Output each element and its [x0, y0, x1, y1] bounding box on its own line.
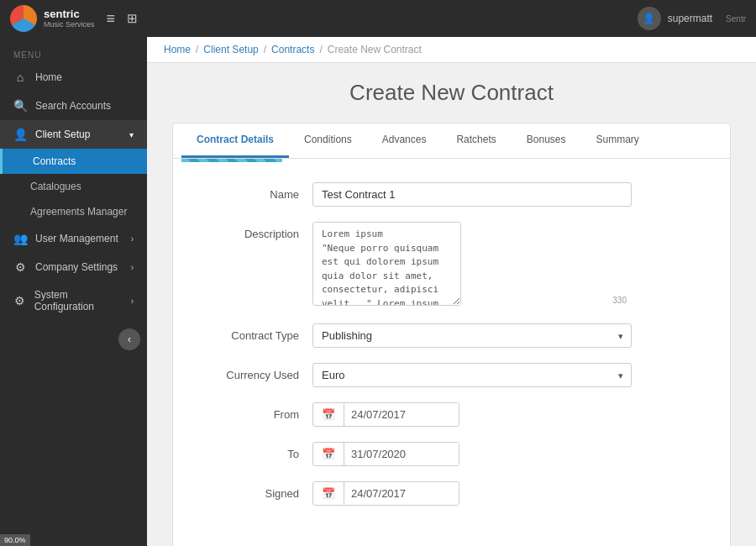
name-input[interactable]	[312, 182, 632, 207]
to-label: To	[198, 442, 299, 460]
chevron-right-icon: ›	[131, 297, 134, 306]
tabs-header: Contract Details Conditions Advances Rat…	[173, 123, 730, 159]
main-content: Home / Client Setup / Contracts / Create…	[147, 37, 756, 546]
form-row-currency: Currency Used Euro USD GBP AUD ▾	[198, 363, 705, 387]
navbar-right: 👤 supermatt Sentr	[638, 7, 746, 30]
breadcrumb-current: Create New Contract	[328, 44, 422, 55]
textarea-wrapper: 330	[312, 222, 632, 308]
name-label: Name	[198, 182, 299, 201]
logo-area: sentric Music Services	[10, 5, 95, 32]
user-name: supermatt	[668, 13, 712, 24]
signed-date-input[interactable]	[344, 482, 459, 505]
user-icon: 👤	[13, 128, 27, 141]
user-avatar: 👤	[638, 7, 661, 30]
calendar-icon: 📅	[313, 443, 344, 465]
zoom-bar: 90.0%	[0, 534, 30, 546]
contract-type-label: Contract Type	[198, 323, 299, 342]
signed-date-wrapper: 📅	[312, 481, 459, 506]
currency-label: Currency Used	[198, 363, 299, 381]
sidebar-item-label: Company Settings	[35, 261, 118, 273]
from-date-input[interactable]	[344, 403, 459, 426]
navbar: sentric Music Services ≡ ⊞ 👤 supermatt S…	[0, 0, 756, 37]
form-row-contract-type: Contract Type Publishing Recording Distr…	[198, 323, 705, 348]
breadcrumb: Home / Client Setup / Contracts / Create…	[147, 37, 756, 63]
sidebar-item-user-management[interactable]: 👥 User Management ›	[0, 224, 147, 253]
form-row-signed: Signed 📅	[198, 481, 705, 506]
layout: MENU ⌂ Home 🔍 Search Accounts 👤 Client S…	[0, 37, 756, 546]
navbar-left: sentric Music Services ≡ ⊞	[10, 5, 138, 32]
sidebar-item-agreements-manager[interactable]: Agreements Manager	[0, 199, 147, 224]
sidebar-collapse-button[interactable]: ‹	[118, 328, 140, 350]
breadcrumb-sep: /	[264, 44, 266, 55]
sidebar-item-client-setup[interactable]: 👤 Client Setup ▾	[0, 120, 147, 149]
to-date-input[interactable]	[344, 443, 459, 465]
contract-type-select[interactable]: Publishing Recording Distribution Manage…	[312, 323, 632, 348]
chevron-right-icon: ›	[131, 263, 134, 272]
breadcrumb-sep: /	[319, 44, 322, 55]
sidebar-item-label: Client Setup	[35, 129, 90, 140]
page-body: Create New Contract Contract Details Con…	[147, 63, 756, 546]
sidebar-item-label: Search Accounts	[35, 100, 111, 112]
sidebar-item-label: Home	[35, 71, 62, 83]
chevron-down-icon: ▾	[129, 130, 134, 139]
form-row-from: From 📅	[198, 402, 705, 427]
description-label: Description	[198, 222, 299, 240]
form-row-description: Description 330	[198, 222, 705, 308]
app-name: sentric Music Services	[44, 8, 95, 29]
from-date-wrapper: 📅	[312, 402, 459, 427]
bookmark-icon[interactable]: ⊞	[127, 11, 138, 26]
logo-icon	[10, 5, 37, 32]
tabs-container: Contract Details Conditions Advances Rat…	[172, 123, 731, 546]
sidebar-item-home[interactable]: ⌂ Home	[0, 63, 147, 92]
sidebar-item-label: Catalogues	[30, 181, 81, 192]
user-short: Sentr	[726, 14, 746, 24]
sidebar-collapse-area: ‹	[0, 320, 147, 350]
calendar-icon: 📅	[313, 403, 344, 426]
zoom-level: 90.0	[4, 536, 19, 544]
tab-conditions[interactable]: Conditions	[289, 123, 367, 158]
sidebar-item-system-configuration[interactable]: ⚙ System Configuration ›	[0, 281, 147, 320]
tab-advances[interactable]: Advances	[367, 123, 442, 158]
currency-wrapper: Euro USD GBP AUD ▾	[312, 363, 632, 387]
zoom-unit: %	[19, 536, 26, 544]
config-icon: ⚙	[13, 294, 26, 307]
sidebar-item-label: System Configuration	[34, 289, 123, 312]
breadcrumb-client-setup[interactable]: Client Setup	[203, 44, 258, 55]
form-row-name: Name	[198, 182, 705, 207]
tab-ratchets[interactable]: Ratchets	[441, 123, 511, 158]
to-date-wrapper: 📅	[312, 442, 459, 466]
calendar-icon: 📅	[313, 482, 344, 505]
menu-hamburger-icon[interactable]: ≡	[107, 10, 116, 28]
sidebar-item-contracts[interactable]: Contracts	[0, 149, 147, 174]
sidebar-item-search-accounts[interactable]: 🔍 Search Accounts	[0, 92, 147, 120]
breadcrumb-home[interactable]: Home	[164, 44, 191, 55]
form-row-to: To 📅	[198, 442, 705, 466]
sidebar-item-label: User Management	[35, 233, 118, 244]
form-area: Name Description 330 Contract Type	[173, 162, 730, 541]
description-textarea[interactable]	[312, 222, 461, 306]
sidebar-item-company-settings[interactable]: ⚙ Company Settings ›	[0, 253, 147, 281]
sidebar: MENU ⌂ Home 🔍 Search Accounts 👤 Client S…	[0, 37, 147, 546]
chevron-right-icon: ›	[131, 234, 134, 244]
currency-select[interactable]: Euro USD GBP AUD	[312, 363, 632, 387]
char-count: 330	[612, 296, 627, 305]
sidebar-item-label: Contracts	[33, 155, 76, 167]
tab-contract-details[interactable]: Contract Details	[181, 123, 289, 158]
search-icon: 🔍	[13, 99, 27, 113]
tab-summary[interactable]: Summary	[581, 123, 654, 158]
home-icon: ⌂	[13, 71, 27, 84]
signed-label: Signed	[198, 481, 299, 500]
from-label: From	[198, 402, 299, 421]
breadcrumb-contracts[interactable]: Contracts	[271, 44, 314, 55]
sidebar-item-label: Agreements Manager	[30, 206, 127, 218]
contract-type-wrapper: Publishing Recording Distribution Manage…	[312, 323, 632, 348]
tab-bonuses[interactable]: Bonuses	[512, 123, 581, 158]
users-icon: 👥	[13, 232, 27, 245]
menu-label: MENU	[0, 44, 147, 63]
page-title: Create New Contract	[172, 80, 731, 106]
gear-icon: ⚙	[13, 260, 27, 274]
sidebar-item-catalogues[interactable]: Catalogues	[0, 174, 147, 199]
breadcrumb-sep: /	[196, 44, 198, 55]
